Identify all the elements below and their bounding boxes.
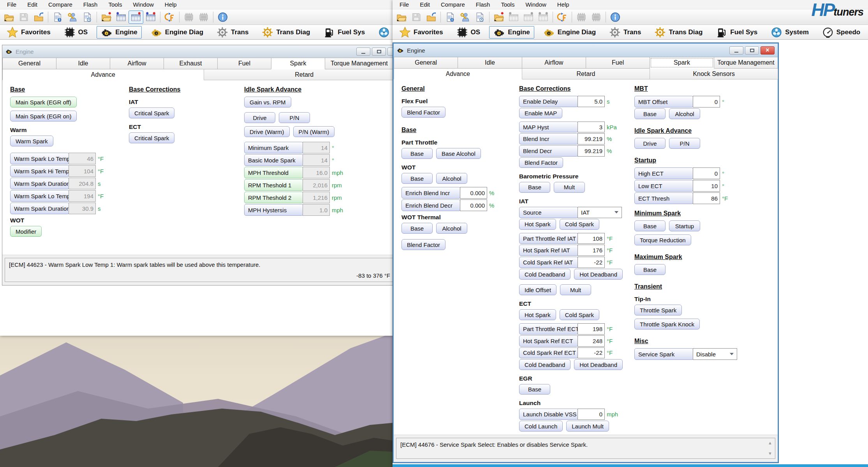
cold-spark-button[interactable]: Cold Spark	[560, 219, 599, 230]
ribbon-favorites[interactable]: Favorites	[2, 26, 55, 39]
drive-button[interactable]: Drive	[244, 112, 275, 123]
subtab-knock-sensors[interactable]: Knock Sensors	[650, 69, 778, 79]
ribbon-os[interactable]: OS	[60, 26, 92, 39]
base-button[interactable]: Base	[401, 148, 433, 159]
ribbon-speedo[interactable]: Speedo	[818, 26, 864, 39]
menu-edit[interactable]: Edit	[22, 0, 43, 9]
hot-spark-ref-iat-value[interactable]: 176	[577, 245, 605, 256]
open-folder-button[interactable]	[2, 11, 16, 24]
blend-factor-button[interactable]: Blend Factor	[401, 107, 445, 118]
rpm-theshold-2-value[interactable]: 1,216	[303, 192, 330, 203]
minimum-spark-value[interactable]: 14	[303, 142, 330, 153]
launch-mult-button[interactable]: Launch Mult	[566, 421, 609, 432]
menu-file[interactable]: File	[2, 0, 22, 9]
hot-spark-ref-ect-button[interactable]: Hot Spark Ref ECT	[519, 335, 578, 347]
hot-spark-button[interactable]: Hot Spark	[519, 309, 556, 320]
high-ect-value[interactable]: 0	[693, 167, 720, 179]
ribbon-engine[interactable]: Engine	[97, 26, 142, 39]
part-throttle-ref-iat-button[interactable]: Part Throttle Ref IAT	[519, 233, 578, 244]
ribbon-favorites[interactable]: Favorites	[395, 26, 447, 39]
engine-window-titlebar[interactable]: Engine ×	[394, 44, 778, 57]
ribbon-os[interactable]: OS	[452, 26, 485, 39]
menu-help[interactable]: Help	[159, 0, 182, 9]
critical-spark-button[interactable]: Critical Spark	[129, 107, 174, 118]
folder-star-button[interactable]	[491, 11, 506, 24]
base-button[interactable]: Base	[401, 223, 433, 234]
doc-info-button[interactable]	[50, 11, 65, 24]
cold-spark-ref-ect-button[interactable]: Cold Spark Ref ECT	[519, 347, 578, 359]
scroll-up-icon[interactable]: ▲	[768, 441, 772, 445]
enable-map-button[interactable]: Enable MAP	[519, 108, 562, 118]
table-star-blue-button[interactable]	[114, 11, 129, 24]
blend-incr-button[interactable]: Blend Incr	[519, 133, 578, 145]
blend-decr-button[interactable]: Blend Decr	[519, 145, 578, 157]
hot-spark-ref-ect-value[interactable]: 248	[577, 335, 605, 347]
cold-deadband-button[interactable]: Cold Deadband	[519, 359, 570, 370]
table-star-double-button[interactable]	[143, 11, 158, 24]
launch-disable-vss-value[interactable]: 0	[577, 409, 605, 420]
doc-clock-button[interactable]	[472, 11, 487, 24]
main-spark-egr-on-button[interactable]: Main Spark (EGR on)	[10, 111, 77, 122]
map-hyst-button[interactable]: MAP Hyst	[519, 122, 578, 133]
warm-spark-lo-temp-button[interactable]: Warm Spark Lo Temp	[10, 190, 69, 202]
minimum-spark-button[interactable]: Minimum Spark	[244, 142, 303, 153]
tab-torque-management[interactable]: Torque Management	[325, 58, 393, 69]
ribbon-engine-diag[interactable]: Engine Diag	[539, 26, 600, 39]
cold-spark-ref-iat-value[interactable]: -22	[577, 257, 605, 268]
menu-tools[interactable]: Tools	[103, 0, 127, 9]
ribbon-fuel-sys[interactable]: Fuel Sys	[319, 26, 369, 39]
base-button[interactable]: Base	[519, 384, 550, 395]
menu-flash[interactable]: Flash	[78, 0, 103, 9]
folder-up-button[interactable]	[424, 11, 438, 24]
warm-spark-lo-temp-value[interactable]: 46	[69, 153, 96, 164]
maximize-button[interactable]	[372, 48, 386, 56]
base-button[interactable]: Base	[401, 173, 433, 184]
enable-delay-button[interactable]: Enable Delay	[519, 96, 578, 107]
menu-edit[interactable]: Edit	[414, 0, 435, 9]
rpm-theshold-1-button[interactable]: RPM Theshold 1	[244, 179, 303, 191]
mph-threshold-button[interactable]: MPH Threshold	[244, 167, 303, 178]
folder-up-button[interactable]	[31, 11, 46, 24]
source-select[interactable]: IAT	[577, 207, 622, 218]
rpm-theshold-2-button[interactable]: RPM Theshold 2	[244, 192, 303, 203]
base-alcohol-button[interactable]: Base Alcohol	[436, 148, 481, 159]
compare-cf-button[interactable]	[555, 11, 570, 24]
tab-exhaust[interactable]: Exhaust	[164, 58, 218, 69]
key-user-button[interactable]	[458, 11, 472, 24]
ribbon-engine[interactable]: Engine	[489, 26, 534, 39]
mph-hystersis-button[interactable]: MPH Hystersis	[244, 204, 303, 216]
throttle-spark-knock-button[interactable]: Throttle Spark Knock	[634, 319, 700, 330]
blend-factor-button[interactable]: Blend Factor	[401, 239, 445, 250]
rpm-theshold-1-value[interactable]: 2,016	[303, 179, 330, 191]
warm-spark-hi-temp-value[interactable]: 104	[69, 165, 96, 177]
doc-clock-button[interactable]	[80, 11, 95, 24]
warm-spark-duration-button[interactable]: Warm Spark Duration	[10, 203, 69, 214]
ribbon-trans[interactable]: Trans	[605, 26, 645, 39]
tab-airflow[interactable]: Airflow	[110, 58, 164, 69]
low-ect-button[interactable]: Low ECT	[634, 180, 694, 192]
mbt-offset-value[interactable]: 0	[693, 96, 720, 107]
menu-window[interactable]: Window	[520, 0, 551, 9]
ribbon-fuel-sys[interactable]: Fuel Sys	[711, 26, 762, 39]
alcohol-button[interactable]: Alcohol	[436, 173, 467, 184]
warm-spark-lo-temp-button[interactable]: Warm Spark Lo Temp	[10, 153, 69, 164]
maximize-button[interactable]	[745, 46, 759, 55]
tab-idle[interactable]: Idle	[458, 57, 522, 69]
engine-window-titlebar[interactable]: Engine ×	[2, 45, 393, 58]
open-folder-button[interactable]	[394, 11, 409, 24]
mbt-offset-button[interactable]: MBT Offset	[634, 96, 694, 107]
compare-cf-button[interactable]	[162, 11, 177, 24]
menu-flash[interactable]: Flash	[470, 0, 496, 9]
drive-button[interactable]: Drive	[634, 138, 666, 149]
drive-warm-button[interactable]: Drive (Warm)	[244, 126, 290, 137]
info-button[interactable]	[215, 11, 230, 24]
tab-general[interactable]: General	[394, 57, 458, 69]
mult-button[interactable]: Mult	[560, 284, 591, 295]
source-button[interactable]: Source	[519, 207, 578, 218]
blend-factor-button[interactable]: Blend Factor	[519, 157, 563, 168]
mph-threshold-value[interactable]: 16.0	[303, 167, 330, 178]
cold-spark-ref-iat-button[interactable]: Cold Spark Ref IAT	[519, 257, 578, 268]
enrich-blend-incr-value[interactable]: 0.000	[460, 187, 487, 199]
mph-hystersis-value[interactable]: 1.0	[303, 204, 330, 216]
p-n-button[interactable]: P/N	[279, 112, 310, 123]
